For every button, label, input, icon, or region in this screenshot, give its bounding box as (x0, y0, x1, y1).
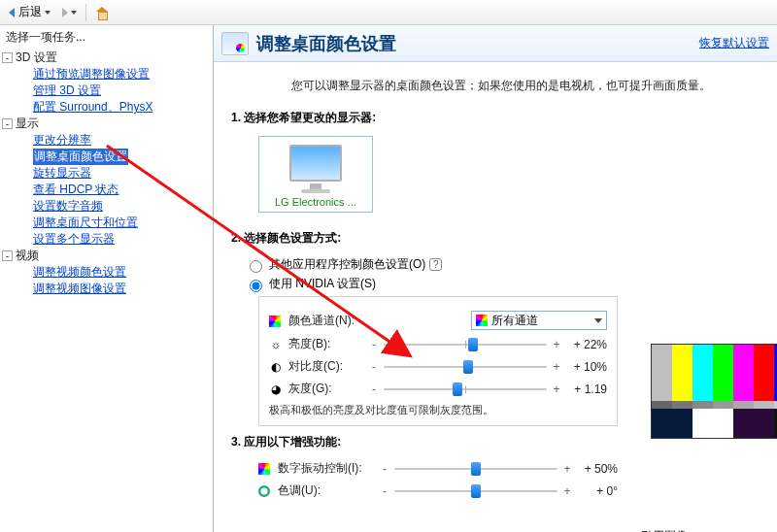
section2-heading: 2. 选择颜色设置方式: (231, 230, 763, 247)
radio-other-label: 其他应用程序控制颜色设置(O) (269, 256, 425, 273)
radio-nvidia[interactable] (250, 280, 262, 292)
tree-item-video-1[interactable]: 调整视频图像设置 (33, 281, 126, 297)
monitor-select[interactable]: LG Electronics ... (258, 136, 373, 213)
nav-tree: -3D 设置 通过预览调整图像设置 管理 3D 设置 配置 Surround、P… (0, 50, 213, 532)
tree-toggle[interactable]: - (2, 250, 13, 261)
gamma-label: 灰度(G): (288, 381, 364, 397)
channel-icon (269, 316, 281, 327)
tree-item-video-0[interactable]: 调整视频颜色设置 (33, 264, 126, 281)
contrast-value: + 10% (566, 360, 607, 374)
svg-point-0 (259, 486, 269, 496)
color-bars-preview (651, 344, 777, 439)
arrow-left-icon (9, 8, 15, 17)
page-header: 调整桌面颜色设置 恢复默认设置 (214, 25, 777, 62)
chevron-down-icon (594, 318, 602, 323)
rainbow-icon (476, 315, 488, 326)
brightness-icon: ☼ (269, 338, 283, 351)
task-label: 选择一项任务... (0, 25, 213, 50)
dv-label: 数字振动控制(I): (278, 460, 375, 477)
tree-item-display-2[interactable]: 旋转显示器 (33, 165, 91, 182)
tree-category-3d: 3D 设置 (16, 50, 57, 66)
forward-button[interactable] (57, 3, 82, 22)
restore-defaults-link[interactable]: 恢复默认设置 (699, 35, 769, 51)
contrast-label: 对比度(C): (288, 358, 364, 375)
content: 您可以调整显示器的桌面颜色设置；如果您使用的是电视机，也可提升画面质量。 1. … (214, 62, 777, 532)
page-title: 调整桌面颜色设置 (256, 32, 396, 55)
tree-item-display-1[interactable]: 调整桌面颜色设置 (33, 149, 128, 165)
channel-label: 颜色通道(N): (288, 313, 364, 329)
tree-category-display: 显示 (16, 116, 39, 132)
monitor-label: LG Electronics ... (275, 196, 356, 208)
separator (85, 4, 86, 21)
back-button[interactable]: 后退 (4, 3, 55, 22)
channel-select[interactable]: 所有通道 (471, 311, 607, 330)
tree-item-display-0[interactable]: 更改分辨率 (33, 132, 91, 149)
gamma-icon: ◕ (269, 382, 283, 396)
hue-slider[interactable] (394, 483, 557, 499)
sidebar: 选择一项任务... -3D 设置 通过预览调整图像设置 管理 3D 设置 配置 … (0, 25, 214, 532)
home-icon (95, 7, 109, 18)
toolbar: 后退 (0, 0, 777, 25)
tree-item-display-3[interactable]: 查看 HDCP 状态 (33, 182, 118, 198)
gamma-note: 极高和极低的亮度及对比度值可限制灰度范围。 (269, 403, 607, 417)
help-icon[interactable]: ? (429, 258, 442, 271)
brightness-value: + 22% (566, 338, 607, 351)
tree-item-display-6[interactable]: 设置多个显示器 (33, 231, 115, 248)
contrast-slider[interactable] (384, 359, 547, 375)
dv-icon (258, 463, 270, 475)
brightness-slider[interactable] (384, 337, 547, 352)
color-settings-icon (221, 32, 249, 55)
color-controls-panel: 颜色通道(N): 所有通道 ☼ 亮度(B): - + + 22% (258, 296, 618, 426)
hue-icon (258, 485, 272, 497)
tree-item-display-5[interactable]: 调整桌面尺寸和位置 (33, 215, 138, 231)
hue-label: 色调(U): (278, 482, 375, 499)
gamma-value: + 1.19 (566, 382, 607, 396)
tree-toggle[interactable]: - (2, 118, 13, 129)
reference-image-row: 引用图像: 1 2 (641, 528, 777, 532)
chevron-down-icon (71, 11, 77, 15)
tree-item-display-4[interactable]: 设置数字音频 (33, 198, 103, 215)
reference-label: 引用图像: (641, 528, 691, 532)
main-pane: 调整桌面颜色设置 恢复默认设置 您可以调整显示器的桌面颜色设置；如果您使用的是电… (214, 25, 777, 532)
home-button[interactable] (90, 3, 114, 22)
dv-value: + 50% (577, 462, 618, 476)
chevron-down-icon (45, 11, 51, 15)
section1-heading: 1. 选择您希望更改的显示器: (231, 110, 763, 126)
intro-text: 您可以调整显示器的桌面颜色设置；如果您使用的是电视机，也可提升画面质量。 (239, 78, 763, 94)
arrow-right-icon (62, 8, 68, 17)
dv-slider[interactable] (394, 461, 557, 477)
plus-label: + (553, 338, 560, 351)
channel-value: 所有通道 (491, 314, 538, 327)
tree-item-3d-1[interactable]: 管理 3D 设置 (33, 83, 101, 99)
monitor-icon (289, 145, 342, 182)
monitor-base (301, 189, 330, 193)
tree-category-video: 视频 (16, 248, 39, 264)
contrast-icon: ◐ (269, 360, 283, 374)
radio-nvidia-label: 使用 NVIDIA 设置(S) (269, 276, 376, 292)
tree-item-3d-2[interactable]: 配置 Surround、PhysX (33, 99, 152, 116)
brightness-label: 亮度(B): (288, 336, 364, 352)
back-label: 后退 (18, 4, 42, 20)
hue-value: + 0° (577, 484, 618, 498)
radio-other-apps[interactable] (250, 260, 262, 273)
tree-item-3d-0[interactable]: 通过预览调整图像设置 (33, 66, 150, 83)
tree-toggle[interactable]: - (2, 52, 13, 63)
minus-label: - (370, 338, 378, 351)
gamma-slider[interactable] (384, 382, 547, 397)
